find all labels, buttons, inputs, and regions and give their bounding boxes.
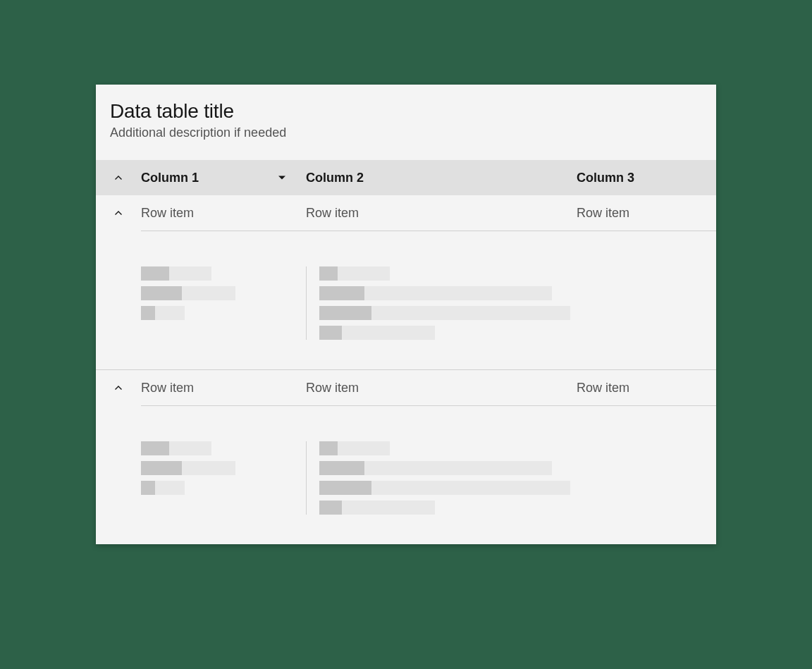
chevron-up-icon — [113, 382, 124, 393]
cell-col3: Row item — [577, 381, 629, 395]
column-header-1[interactable]: Column 1 — [141, 171, 199, 185]
table-header: Data table title Additional description … — [96, 85, 716, 160]
table-column-header-row: Column 1 Column 2 Column 3 — [96, 160, 716, 195]
expanded-row-content — [96, 231, 716, 369]
table-subtitle: Additional description if needed — [110, 125, 702, 140]
data-table-card: Data table title Additional description … — [96, 85, 716, 544]
skeleton-placeholder — [319, 441, 570, 515]
table-row: Row item Row item Row item — [96, 195, 716, 231]
cell-col2: Row item — [306, 381, 359, 395]
cell-col2: Row item — [306, 206, 359, 221]
cell-col1: Row item — [141, 206, 194, 221]
skeleton-placeholder — [141, 266, 235, 320]
skeleton-placeholder — [319, 266, 570, 340]
row-expand-toggle[interactable] — [96, 382, 141, 393]
skeleton-placeholder — [141, 441, 235, 495]
caret-down-icon — [278, 173, 286, 182]
chevron-up-icon — [113, 207, 124, 219]
table-title: Data table title — [110, 100, 702, 123]
sort-indicator[interactable] — [278, 173, 286, 182]
column-header-2[interactable]: Column 2 — [306, 171, 364, 185]
table-row: Row item Row item Row item — [96, 370, 716, 405]
row-expand-toggle[interactable] — [96, 207, 141, 219]
chevron-up-icon — [113, 172, 124, 183]
expanded-row-content — [96, 406, 716, 544]
cell-col1: Row item — [141, 381, 194, 395]
cell-col3: Row item — [577, 206, 629, 221]
column-header-3[interactable]: Column 3 — [577, 171, 634, 185]
expand-all-toggle[interactable] — [96, 172, 141, 183]
